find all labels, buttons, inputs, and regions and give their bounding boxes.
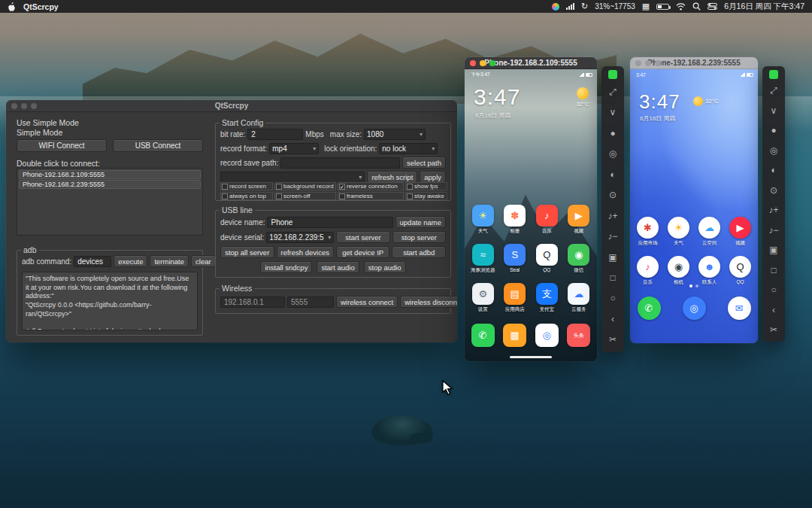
checkbox-background-record[interactable]: background record bbox=[274, 182, 336, 190]
stop-audio-button[interactable]: stop audio bbox=[364, 261, 406, 273]
stop-server-button[interactable]: stop server bbox=[392, 231, 446, 243]
collapse-icon[interactable]: ∨ bbox=[765, 102, 782, 119]
select-path-button[interactable]: select path bbox=[402, 157, 446, 169]
simple-mode-label[interactable]: Simple Mode bbox=[17, 128, 62, 137]
volume-down-icon[interactable]: ♪− bbox=[604, 228, 621, 245]
clock-widget[interactable]: 3:47 bbox=[474, 84, 520, 110]
checkbox-screen-off[interactable]: screen-off bbox=[274, 192, 336, 200]
app-switch-icon[interactable]: ▣ bbox=[765, 242, 782, 258]
power-icon[interactable]: ⊙ bbox=[604, 187, 621, 203]
touch-icon[interactable]: ● bbox=[765, 122, 782, 138]
app-支付宝[interactable]: 支支付宝 bbox=[531, 283, 563, 313]
checkbox-always-on-top[interactable]: always on top bbox=[220, 192, 273, 200]
app-browser-app[interactable]: ◎ bbox=[531, 324, 563, 347]
device-serial-select[interactable]: 192.168.2.239:5▾ bbox=[266, 232, 334, 243]
app-音乐[interactable]: ♪音乐 bbox=[531, 205, 563, 235]
wireless-ip-input[interactable] bbox=[220, 297, 285, 308]
checkbox-frameless[interactable]: frameless bbox=[338, 192, 404, 200]
wireless-connect-button[interactable]: wireless connect bbox=[336, 296, 398, 308]
wireless-port-input[interactable] bbox=[287, 297, 334, 308]
screen-toggle-icon[interactable]: ◎ bbox=[604, 145, 621, 162]
sync-icon[interactable]: ↻ bbox=[581, 2, 588, 11]
fullscreen-icon[interactable]: ⤢ bbox=[604, 84, 621, 100]
power-icon[interactable]: ⊙ bbox=[765, 182, 782, 199]
close-button[interactable] bbox=[11, 103, 17, 109]
app-toutiao-app[interactable]: 头条 bbox=[563, 324, 595, 347]
battery-status-text[interactable]: 31%~17753 bbox=[595, 2, 635, 11]
close-button[interactable] bbox=[635, 60, 641, 66]
device-list-item[interactable]: Phone-192.168.2.109:5555 bbox=[19, 170, 201, 179]
qtscrcpy-titlebar[interactable]: QtScrcpy bbox=[6, 100, 457, 112]
app-应用市场[interactable]: ✱应用市场 bbox=[632, 217, 663, 247]
zoom-button[interactable] bbox=[489, 60, 495, 66]
zoom-button[interactable] bbox=[655, 60, 661, 66]
phone2-titlebar[interactable]: Phone-192.168.2.239:5555 bbox=[630, 57, 758, 69]
minimize-button[interactable] bbox=[645, 60, 651, 66]
refresh-devices-button[interactable]: refresh devices bbox=[277, 246, 334, 258]
refresh-script-button[interactable]: refresh script bbox=[367, 171, 417, 183]
home-icon[interactable]: □ bbox=[765, 262, 782, 278]
wifi-connect-button[interactable]: WIFI Connect bbox=[17, 139, 107, 152]
signal-bars-icon[interactable] bbox=[566, 3, 574, 10]
night-mode-icon[interactable]: ◐ bbox=[604, 166, 621, 183]
app-files-app[interactable]: ▦ bbox=[499, 324, 532, 347]
record-format-select[interactable]: mp4▾ bbox=[269, 143, 319, 154]
screen-toggle-icon[interactable]: ◎ bbox=[765, 142, 782, 159]
app-QQ[interactable]: QQQ bbox=[531, 244, 563, 274]
minimize-button[interactable] bbox=[21, 103, 27, 109]
device-list[interactable]: Phone-192.168.2.109:5555Phone-192.168.2.… bbox=[17, 168, 203, 236]
script-select[interactable]: ▾ bbox=[220, 172, 365, 183]
app-联系人[interactable]: ☻联系人 bbox=[694, 256, 725, 286]
app-视频[interactable]: ▶视频 bbox=[725, 217, 756, 247]
app-微信[interactable]: ◉微信 bbox=[563, 244, 595, 274]
collapse-icon[interactable]: ∨ bbox=[604, 104, 621, 120]
control-center-icon[interactable] bbox=[707, 3, 717, 10]
back-icon[interactable]: ‹ bbox=[604, 311, 621, 327]
terminate-button[interactable]: terminate bbox=[150, 255, 189, 267]
app-messages-app[interactable]: ✉ bbox=[723, 297, 756, 320]
phone1-titlebar[interactable]: Phone-192.168.2.109:5555 bbox=[465, 57, 597, 69]
checkbox-show-fps[interactable]: show fps bbox=[405, 182, 447, 190]
weather-widget[interactable]: 32°C bbox=[576, 87, 589, 108]
apple-menu-icon[interactable] bbox=[8, 2, 15, 11]
stop-all-server-button[interactable]: stop all server bbox=[220, 246, 274, 258]
wireless-disconnect-button[interactable]: wireless disconnect bbox=[400, 296, 457, 308]
update-name-button[interactable]: update name bbox=[395, 216, 446, 228]
device-list-item[interactable]: Phone-192.168.2.239:5555 bbox=[19, 180, 201, 189]
app-海豚浏览器[interactable]: ≈海豚浏览器 bbox=[467, 244, 499, 274]
app-应用商店[interactable]: ▤应用商店 bbox=[499, 283, 532, 313]
max-size-select[interactable]: 1080▾ bbox=[364, 129, 426, 140]
wifi-icon[interactable] bbox=[676, 3, 686, 11]
phone2-screen[interactable]: 3:47 3:47 32°C 6月16日 周四 ✱应用市场☀天气☁云空间▶视频♪… bbox=[630, 69, 758, 343]
phone1-screen[interactable]: 下午3:47 3:47 6月16日 周四 32°C ☀天气✽相册♪音乐▶视频≈海… bbox=[465, 69, 597, 361]
menu-bar-datetime[interactable]: 6月16日 周四 下午3:47 bbox=[724, 2, 804, 12]
get-device-IP-button[interactable]: get device IP bbox=[336, 246, 390, 258]
adb-command-input[interactable] bbox=[74, 256, 111, 267]
apply-button[interactable]: apply bbox=[420, 171, 446, 183]
execute-button[interactable]: execute bbox=[114, 255, 147, 267]
keyboard-grid-icon[interactable]: ▦ bbox=[642, 2, 650, 11]
screenshot-icon[interactable]: ✂ bbox=[604, 331, 621, 348]
volume-down-icon[interactable]: ♪− bbox=[765, 222, 782, 239]
minimize-button[interactable] bbox=[480, 60, 486, 66]
home-icon[interactable]: □ bbox=[604, 269, 621, 286]
app-音乐[interactable]: ♪音乐 bbox=[632, 256, 663, 286]
install-sndcpy-button[interactable]: install sndcpy bbox=[260, 261, 312, 273]
back-icon[interactable]: ‹ bbox=[765, 302, 782, 318]
close-button[interactable] bbox=[470, 60, 476, 66]
checkbox-reverse-connection[interactable]: ✓reverse connection bbox=[338, 182, 404, 190]
app-天气[interactable]: ☀天气 bbox=[467, 205, 499, 235]
app-相机[interactable]: ◉相机 bbox=[663, 256, 694, 286]
app-天气[interactable]: ☀天气 bbox=[663, 217, 694, 247]
use-simple-mode-label[interactable]: Use Simple Mode bbox=[17, 118, 79, 127]
app-相册[interactable]: ✽相册 bbox=[499, 205, 532, 235]
checkbox-record-screen[interactable]: record screen bbox=[220, 182, 273, 190]
device-name-input[interactable] bbox=[267, 217, 392, 228]
app-云空间[interactable]: ☁云空间 bbox=[694, 217, 725, 247]
clock-widget[interactable]: 3:47 bbox=[639, 90, 680, 114]
active-app-name[interactable]: QtScrcpy bbox=[23, 2, 59, 11]
app-phone-app[interactable]: ✆ bbox=[467, 324, 499, 347]
lock-orientation-select[interactable]: no lock▾ bbox=[379, 143, 438, 154]
app-Seal[interactable]: SSeal bbox=[499, 244, 532, 274]
battery-icon[interactable] bbox=[656, 4, 669, 10]
